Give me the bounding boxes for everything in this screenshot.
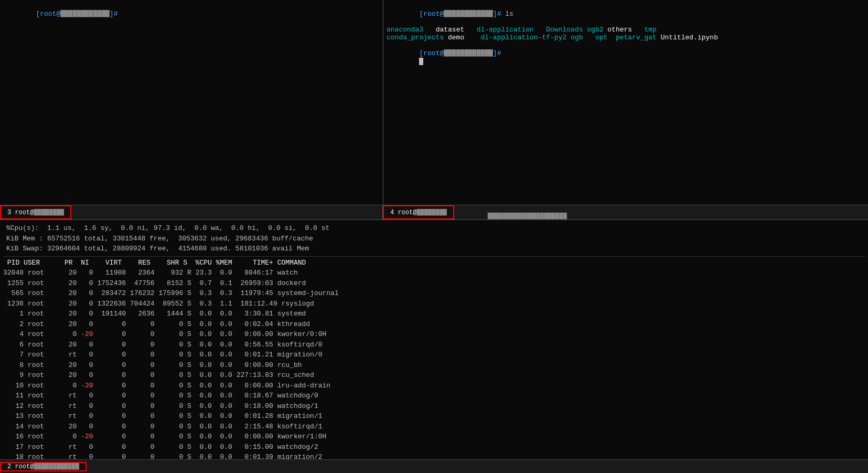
- proc-row-13: 13 root rt 0 0 0 0 S 0.0 0.0 0:01.28 mig…: [3, 411, 865, 422]
- process-stats: %Cpu(s): 1.1 us, 1.6 sy, 0.0 ni, 97.3 id…: [3, 222, 865, 255]
- left-prompt-user: [root@: [36, 10, 60, 18]
- terminal-container: [root@████████████]# [root@████████████]…: [0, 0, 868, 473]
- ls-output-row1: anaconda3 dataset dl-application Downloa…: [387, 26, 865, 34]
- right-top-prompt2: [root@████████████]#: [387, 41, 865, 73]
- ls-item-others: others: [604, 26, 633, 34]
- ls-item-dl-tf-py2: dl-application-tf-py2: [480, 34, 566, 41]
- tab-bar-bottom: 2 root@████████████: [0, 459, 868, 473]
- right-prompt2-host: ████████████: [444, 49, 493, 57]
- tab-4-root[interactable]: 4 root@████████: [383, 205, 454, 219]
- proc-row-7: 7 root rt 0 0 0 0 S 0.0 0.0 0:01.21 migr…: [3, 350, 865, 360]
- pane-left-top[interactable]: [root@████████████]#: [0, 0, 383, 205]
- ls-item-ogb: ogb: [566, 34, 583, 41]
- ls-item-dl-application: dl-application: [477, 26, 546, 34]
- tab-4-host: ████████: [416, 209, 447, 216]
- pane-right-top[interactable]: [root@████████████]# ls anaconda3 datase…: [383, 0, 868, 205]
- ls-item-dataset: dataset: [436, 26, 477, 34]
- left-prompt-host: ████████████: [60, 10, 110, 18]
- right-prompt-user: [root@: [419, 10, 444, 18]
- proc-row-9: 9 root 20 0 0 0 0 S 0.0 0.0 227:13.83 rc…: [3, 370, 865, 381]
- ls-item-downloads: Downloads: [546, 26, 583, 34]
- proc-row-8: 8 root 20 0 0 0 0 S 0.0 0.0 0:00.00 rcu_…: [3, 360, 865, 371]
- process-table-body: 32048 root 20 0 11908 2364 932 R 23.3 0.…: [3, 268, 865, 459]
- ls-item-opt: opt: [583, 34, 607, 41]
- ls-item-anaconda3: anaconda3: [387, 26, 436, 34]
- tab-3-host: ████████: [34, 209, 64, 216]
- proc-row-2: 2 root 20 0 0 0 0 S 0.0 0.0 0:02.04 kthr…: [3, 319, 865, 330]
- right-prompt2-user: [root@: [419, 49, 444, 57]
- proc-row-6: 6 root 20 0 0 0 0 S 0.0 0.0 0:56.55 ksof…: [3, 340, 865, 350]
- cpu-line: %Cpu(s): 1.1 us, 1.6 sy, 0.0 ni, 97.3 id…: [6, 223, 862, 234]
- ls-item-petarv: petarv_gat: [607, 34, 657, 41]
- proc-row-18: 18 root rt 0 0 0 0 S 0.0 0.0 0:01.39 mig…: [3, 452, 865, 459]
- ls-command: ls: [501, 10, 513, 18]
- left-top-prompt: [root@████████████]#: [3, 2, 380, 26]
- cursor: [419, 58, 423, 65]
- right-prompt-hash: ]#: [493, 10, 501, 18]
- neg-nice-10: -20: [81, 382, 93, 390]
- mem-line: KiB Mem : 65752516 total, 33015448 free,…: [6, 234, 862, 244]
- proc-row-17: 17 root rt 0 0 0 0 S 0.0 0.0 0:15.00 wat…: [3, 442, 865, 453]
- neg-nice-4: -20: [81, 330, 93, 338]
- proc-row-32048: 32048 root 20 0 11908 2364 932 R 23.3 0.…: [3, 268, 865, 278]
- tab-3-label: 3 root@: [7, 209, 34, 216]
- swap-line: KiB Swap: 32964604 total, 28809924 free,…: [6, 244, 862, 254]
- tab-2-host: ████████████: [34, 463, 79, 470]
- process-table-header: PID USER PR NI VIRT RES SHR S %CPU %MEM …: [3, 258, 865, 268]
- tab-2-label: 2 root@: [7, 463, 34, 470]
- proc-row-1: 1 root 20 0 191140 2636 1444 S 0.0 0.0 3…: [3, 309, 865, 319]
- proc-row-10: 10 root 0 -20 0 0 0 S 0.0 0.0 0:00.00 lr…: [3, 381, 865, 391]
- tab-bar-middle: 3 root@████████ 4 root@████████ ████████…: [0, 205, 868, 219]
- pane-bottom[interactable]: %Cpu(s): 1.1 us, 1.6 sy, 0.0 ni, 97.3 id…: [0, 219, 868, 459]
- tab-section-right: 4 root@████████ █████████████████████: [383, 205, 868, 219]
- proc-row-1236: 1236 root 20 0 1322636 704424 89552 S 0.…: [3, 299, 865, 309]
- proc-row-14: 14 root 20 0 0 0 0 S 0.0 0.0 2:15.48 kso…: [3, 422, 865, 432]
- proc-row-11: 11 root rt 0 0 0 0 S 0.0 0.0 0:18.67 wat…: [3, 391, 865, 401]
- top-panes: [root@████████████]# [root@████████████]…: [0, 0, 868, 205]
- right-prompt2-hash: ]#: [493, 49, 501, 57]
- right-prompt-host: ████████████: [444, 10, 493, 18]
- ls-item-notebook: Untitled.ipynb: [657, 34, 718, 41]
- neg-nice-16: -20: [81, 433, 93, 440]
- ls-item-tmp: tmp: [632, 26, 657, 34]
- tab-3-root[interactable]: 3 root@████████: [0, 205, 71, 219]
- proc-row-16: 16 root 0 -20 0 0 0 S 0.0 0.0 0:00.00 kw…: [3, 432, 865, 442]
- ls-item-ogb2: ogb2: [583, 26, 603, 34]
- tab-2-root[interactable]: 2 root@████████████: [0, 462, 87, 471]
- tab-4-extra: █████████████████████: [454, 205, 570, 219]
- ls-item-conda: conda_projects: [387, 34, 444, 41]
- left-prompt-close: ]#: [110, 10, 118, 18]
- proc-row-1255: 1255 root 20 0 1752436 47756 8152 S 0.7 …: [3, 278, 865, 289]
- proc-row-565: 565 root 20 0 283472 176232 175996 S 0.3…: [3, 288, 865, 299]
- tab-section-left: 3 root@████████: [0, 205, 383, 219]
- ls-output-row2: conda_projects demo dl-application-tf-py…: [387, 34, 865, 41]
- right-top-prompt-ls: [root@████████████]# ls: [387, 2, 865, 26]
- proc-row-4: 4 root 0 -20 0 0 0 S 0.0 0.0 0:00.00 kwo…: [3, 329, 865, 340]
- tab-4-label: 4 root@: [390, 209, 416, 216]
- proc-row-12: 12 root rt 0 0 0 0 S 0.0 0.0 0:18.00 wat…: [3, 401, 865, 412]
- table-divider: [3, 256, 865, 257]
- ls-item-demo: demo: [444, 34, 480, 41]
